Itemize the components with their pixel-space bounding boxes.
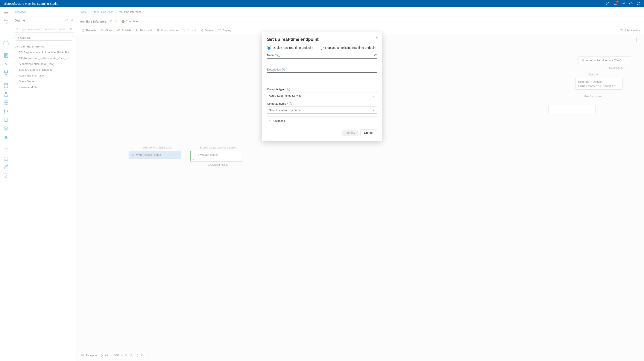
required-mark: * bbox=[287, 102, 288, 105]
field-compute-name: Compute name* i Select or search by name… bbox=[267, 102, 377, 114]
info-icon[interactable]: i bbox=[282, 68, 285, 71]
svg-point-6 bbox=[639, 3, 639, 4]
description-label: Description i bbox=[267, 68, 377, 71]
svg-point-46 bbox=[375, 54, 376, 55]
info-icon[interactable]: i bbox=[289, 102, 292, 105]
chevron-down-icon: ⌄ bbox=[373, 109, 375, 112]
name-input[interactable] bbox=[267, 59, 377, 65]
compute-type-label: Compute type* i bbox=[267, 88, 377, 91]
name-label: Name* i bbox=[267, 53, 377, 57]
compute-name-select[interactable]: Select or search by name ⌄ bbox=[267, 107, 377, 114]
compute-name-label: Compute name* i bbox=[267, 102, 377, 105]
description-input[interactable] bbox=[267, 72, 377, 84]
deploy-modal: Set up real-time endpoint Deploy new rea… bbox=[262, 32, 382, 141]
notification-badge: 5 bbox=[616, 1, 619, 3]
svg-point-1 bbox=[623, 3, 624, 4]
advanced-toggle[interactable]: Advanced bbox=[267, 117, 377, 125]
bell-icon[interactable]: 5 bbox=[614, 2, 618, 6]
chevron-down-icon: ⌄ bbox=[373, 94, 375, 97]
field-name: Name* i bbox=[267, 53, 377, 65]
modal-title: Set up real-time endpoint bbox=[267, 37, 377, 42]
topbar-actions: 5 bbox=[606, 2, 640, 6]
app-title: Microsoft Azure Machine Learning Studio bbox=[4, 2, 58, 5]
radio-replace-existing[interactable]: Replace an existing real-time endpoint bbox=[320, 46, 376, 50]
clock-icon[interactable] bbox=[606, 2, 610, 6]
info-icon[interactable]: i bbox=[287, 88, 290, 91]
required-mark: * bbox=[285, 88, 286, 91]
svg-point-4 bbox=[637, 2, 640, 5]
deploy-mode-radiogroup: Deploy new real-time endpoint Replace an… bbox=[267, 46, 377, 50]
deploy-submit-button: Deploy bbox=[342, 130, 359, 136]
topbar: Microsoft Azure Machine Learning Studio … bbox=[0, 0, 644, 7]
close-button[interactable] bbox=[375, 36, 378, 40]
modal-actions: Deploy Cancel bbox=[267, 130, 377, 136]
gear-icon[interactable] bbox=[621, 2, 625, 6]
help-icon[interactable] bbox=[629, 2, 633, 6]
required-mark: * bbox=[276, 54, 276, 57]
svg-point-5 bbox=[638, 3, 638, 4]
eye-icon[interactable] bbox=[374, 53, 377, 57]
radio-icon bbox=[267, 46, 271, 50]
advanced-label: Advanced bbox=[273, 119, 285, 123]
smile-icon[interactable] bbox=[637, 2, 640, 6]
field-compute-type: Compute type* i Azure Kubernetes Service… bbox=[267, 88, 377, 99]
chevron-right-icon bbox=[268, 119, 270, 123]
info-icon[interactable]: i bbox=[277, 54, 280, 57]
radio-deploy-new[interactable]: Deploy new real-time endpoint bbox=[267, 46, 313, 50]
cancel-modal-button[interactable]: Cancel bbox=[360, 130, 377, 136]
compute-type-select[interactable]: Azure Kubernetes Service ⌄ bbox=[267, 92, 377, 99]
field-description: Description i bbox=[267, 68, 377, 85]
radio-icon bbox=[320, 46, 324, 50]
